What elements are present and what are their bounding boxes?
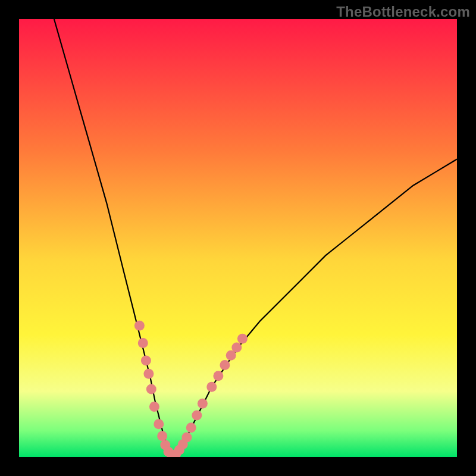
marker-dot xyxy=(146,384,156,394)
curve-markers xyxy=(134,321,248,457)
marker-dot xyxy=(192,411,202,421)
marker-dot xyxy=(213,371,223,381)
marker-dot xyxy=(186,422,196,433)
watermark-text: TheBottleneck.com xyxy=(336,4,470,20)
bottleneck-curve xyxy=(54,19,457,457)
marker-dot xyxy=(149,402,159,412)
marker-dot xyxy=(231,343,242,353)
marker-dot xyxy=(198,399,208,409)
plot-area xyxy=(19,19,457,457)
curve-layer xyxy=(19,19,457,457)
marker-dot xyxy=(154,419,164,429)
chart-frame: TheBottleneck.com xyxy=(0,0,476,476)
marker-dot xyxy=(138,338,148,348)
marker-dot xyxy=(134,321,145,331)
marker-dot xyxy=(157,431,167,441)
marker-dot xyxy=(206,382,217,392)
marker-dot xyxy=(141,356,151,366)
marker-dot xyxy=(181,432,192,442)
marker-dot xyxy=(220,360,230,370)
marker-dot xyxy=(237,334,248,344)
marker-dot xyxy=(143,369,154,379)
